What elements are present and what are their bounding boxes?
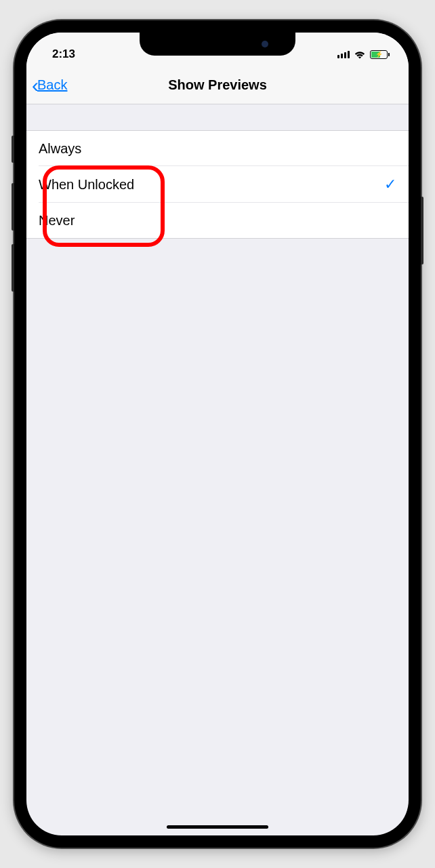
status-icons: ⚡ [337,50,390,59]
cellular-signal-icon [337,50,350,58]
power-button [421,197,423,264]
option-label: Never [39,213,75,229]
wifi-icon [354,50,366,59]
option-never[interactable]: Never [26,203,409,238]
notch [140,33,295,56]
options-list: Always When Unlocked ✓ Never [26,130,409,239]
status-time: 2:13 [52,47,75,61]
back-label: Back [37,77,67,93]
checkmark-icon: ✓ [384,176,396,193]
mute-switch [12,136,14,163]
content-area: Always When Unlocked ✓ Never [26,130,409,239]
option-label: When Unlocked [39,177,134,193]
back-button[interactable]: ‹ Back [26,74,67,97]
camera-dot [262,41,268,47]
option-when-unlocked[interactable]: When Unlocked ✓ [26,166,409,203]
screen: 2:13 ⚡ [26,33,409,835]
page-title: Show Previews [168,77,267,93]
volume-up-button [12,183,14,231]
option-label: Always [39,141,81,157]
battery-icon: ⚡ [370,50,390,59]
navigation-bar: ‹ Back Show Previews [26,66,409,104]
option-always[interactable]: Always [26,131,409,166]
home-indicator[interactable] [167,825,268,829]
volume-down-button [12,244,14,292]
phone-frame: 2:13 ⚡ [14,20,421,848]
